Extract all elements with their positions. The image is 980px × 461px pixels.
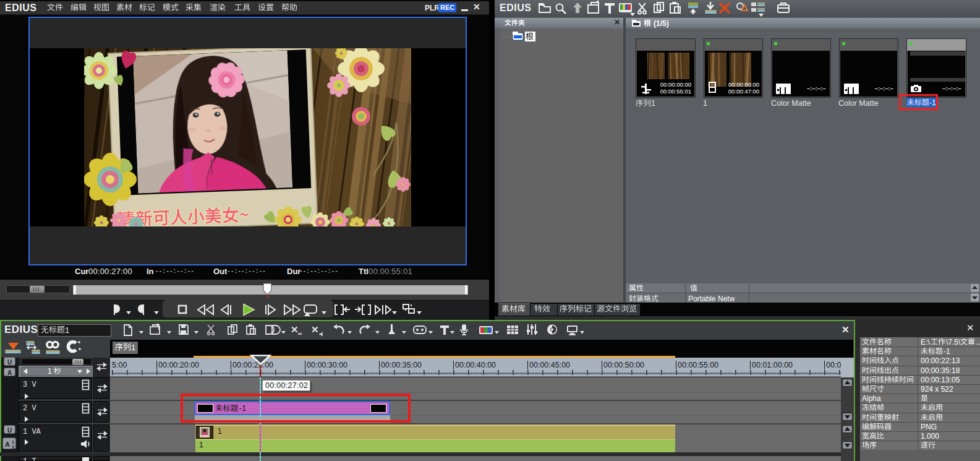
svg-text:✕: ✕ (291, 324, 299, 335)
svg-text:A: A (5, 441, 10, 448)
svg-text:U: U (7, 427, 12, 434)
svg-text:2: 2 (12, 444, 14, 449)
svg-text:A: A (7, 369, 12, 376)
svg-text:U: U (7, 359, 12, 366)
svg-text:✕: ✕ (311, 324, 319, 335)
